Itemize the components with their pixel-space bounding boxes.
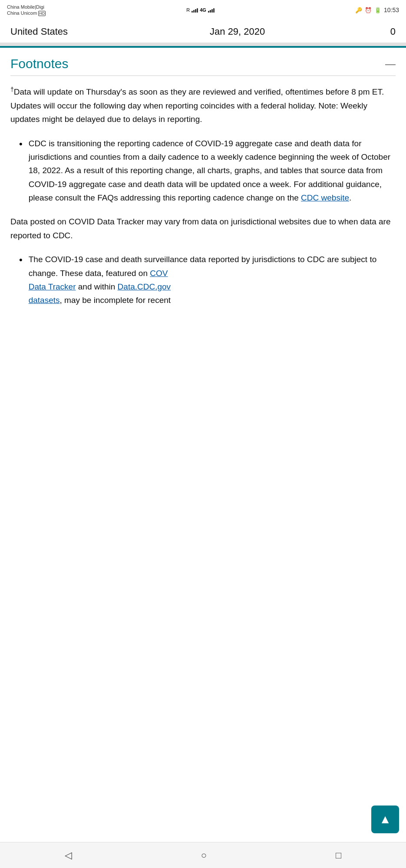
signal-bars-1 bbox=[191, 7, 198, 13]
bullet-item-2: • The COVID-19 case and death surveillan… bbox=[10, 253, 396, 307]
country-name: United States bbox=[10, 26, 148, 37]
bullet-dot-1: • bbox=[19, 137, 23, 151]
signal-r-label: R bbox=[186, 7, 190, 13]
bullet-dot-2: • bbox=[19, 253, 23, 267]
battery-icon: 🔋 bbox=[374, 7, 381, 13]
hd-badge: HD bbox=[38, 11, 46, 16]
footnotes-section: Footnotes — bbox=[0, 48, 406, 76]
alarm-icon: ⏰ bbox=[365, 7, 372, 13]
footnotes-title: Footnotes bbox=[10, 56, 68, 71]
status-right: 🔑 ⏰ 🔋 10:53 bbox=[355, 7, 399, 13]
cdc-website-link[interactable]: CDC website bbox=[301, 193, 349, 202]
signal-bars-2 bbox=[208, 7, 215, 13]
time-display: 10:53 bbox=[384, 7, 399, 13]
carrier2-label: China Unicom HD bbox=[7, 10, 46, 16]
carrier-info: China Mobile|Digi China Unicom HD bbox=[7, 4, 46, 16]
bar8 bbox=[213, 8, 215, 13]
data-row: United States Jan 29, 2020 0 bbox=[10, 26, 396, 37]
recent-nav-button[interactable]: □ bbox=[327, 846, 350, 865]
bar3 bbox=[195, 9, 196, 13]
bullet-text-2: The COVID-19 case and death surveillance… bbox=[29, 253, 396, 307]
content-area: †Data will update on Thursday's as soon … bbox=[0, 85, 406, 307]
status-bar: China Mobile|Digi China Unicom HD R 4G 🔑… bbox=[0, 0, 406, 19]
bullet-text-1: CDC is transitioning the reporting caden… bbox=[29, 137, 396, 205]
bar5 bbox=[208, 11, 209, 13]
count-value: 0 bbox=[327, 26, 396, 37]
bar4 bbox=[197, 8, 198, 13]
carrier1-label: China Mobile|Digi bbox=[7, 4, 46, 10]
bar2 bbox=[193, 10, 195, 13]
collapse-button[interactable]: — bbox=[385, 58, 396, 70]
footnote-superscript: † bbox=[10, 86, 14, 93]
bar7 bbox=[211, 9, 213, 13]
signal-icons: R 4G bbox=[186, 7, 215, 13]
bar1 bbox=[191, 11, 193, 13]
paragraph-2: Data posted on COVID Data Tracker may va… bbox=[10, 215, 396, 242]
key-icon: 🔑 bbox=[355, 7, 362, 13]
footnote-main-text: †Data will update on Thursday's as soon … bbox=[10, 85, 396, 126]
signal-4g-label: 4G bbox=[200, 7, 206, 13]
footnotes-header: Footnotes — bbox=[10, 56, 396, 76]
bullet-list-1: • CDC is transitioning the reporting cad… bbox=[10, 137, 396, 205]
bullet-list-2: • The COVID-19 case and death surveillan… bbox=[10, 253, 396, 307]
back-nav-button[interactable]: ◁ bbox=[56, 846, 81, 865]
scroll-bar bbox=[0, 43, 406, 46]
date-value: Jan 29, 2020 bbox=[155, 26, 320, 37]
scroll-indicator bbox=[0, 43, 406, 46]
home-nav-button[interactable]: ○ bbox=[192, 846, 215, 865]
back-to-top-button[interactable]: ▲ bbox=[371, 806, 399, 833]
table-row-section: United States Jan 29, 2020 0 bbox=[0, 19, 406, 43]
bar6 bbox=[210, 10, 211, 13]
back-to-top-arrow-icon: ▲ bbox=[379, 813, 391, 825]
bottom-nav: ◁ ○ □ bbox=[0, 842, 406, 868]
bullet-item-1: • CDC is transitioning the reporting cad… bbox=[10, 137, 396, 205]
